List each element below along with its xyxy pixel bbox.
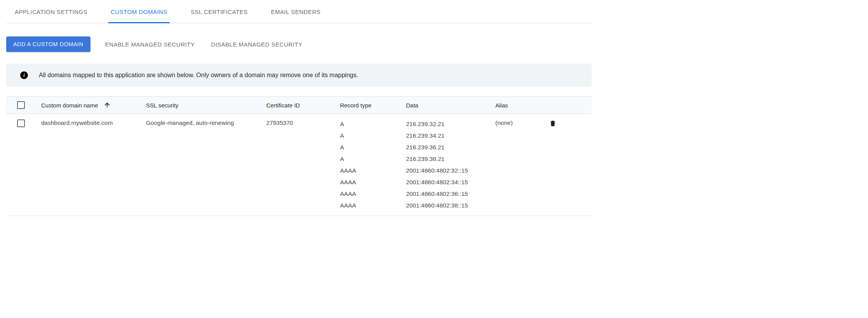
alias-cell: (none) (495, 119, 513, 126)
record-data: 216.239.36.21 (406, 143, 495, 152)
record-data: 2001:4860:4802:32::15 (406, 166, 495, 175)
tab-label: SSL CERTIFICATES (191, 9, 248, 15)
certificate-id-cell: 27935370 (266, 119, 293, 126)
delete-domain-button[interactable] (549, 119, 557, 127)
record-data: 2001:4860:4802:38::15 (406, 201, 495, 210)
column-header-ssl[interactable]: SSL security (146, 102, 266, 109)
column-header-label: Certificate ID (266, 102, 300, 109)
sort-ascending-icon (104, 102, 111, 109)
add-custom-domain-button[interactable]: ADD A CUSTOM DOMAIN (6, 36, 90, 52)
action-row: ADD A CUSTOM DOMAIN ENABLE MANAGED SECUR… (6, 23, 592, 64)
domain-name-cell: dashboard.mywebsite.com (41, 119, 113, 126)
record-type: AAAA (340, 201, 406, 210)
ssl-security-cell: Google-managed, auto-renewing (146, 119, 234, 126)
tab-label: EMAIL SENDERS (271, 9, 321, 15)
table-row: dashboard.mywebsite.com Google-managed, … (6, 114, 592, 216)
record-data: 2001:4860:4802:36::15 (406, 189, 495, 199)
column-header-label: Data (406, 102, 418, 109)
tab-email-senders[interactable]: EMAIL SENDERS (269, 0, 323, 23)
record-type: AAAA (340, 189, 406, 199)
info-message: All domains mapped to this application a… (39, 72, 358, 79)
record-data: 216.239.38.21 (406, 154, 495, 164)
tab-label: CUSTOM DOMAINS (111, 9, 167, 15)
column-header-alias[interactable]: Alias (495, 102, 546, 109)
record-type: A (340, 154, 406, 164)
column-header-certificate[interactable]: Certificate ID (266, 102, 340, 109)
record-data-stack: 216.239.32.21 216.239.34.21 216.239.36.2… (406, 119, 495, 210)
trash-icon (549, 119, 557, 127)
record-type-stack: A A A A AAAA AAAA AAAA AAAA (340, 119, 406, 210)
tab-application-settings[interactable]: APPLICATION SETTINGS (12, 0, 90, 23)
record-data: 216.239.32.21 (406, 119, 495, 129)
record-type: A (340, 143, 406, 152)
tab-label: APPLICATION SETTINGS (15, 9, 87, 15)
column-header-label: Record type (340, 102, 372, 109)
record-type: AAAA (340, 166, 406, 175)
select-all-checkbox[interactable] (17, 101, 25, 109)
disable-managed-security-button[interactable]: DISABLE MANAGED SECURITY (210, 37, 304, 52)
tab-custom-domains[interactable]: CUSTOM DOMAINS (108, 0, 170, 23)
column-header-label: Alias (495, 102, 508, 109)
enable-managed-security-button[interactable]: ENABLE MANAGED SECURITY (104, 37, 196, 52)
record-type: A (340, 119, 406, 129)
tab-bar: APPLICATION SETTINGS CUSTOM DOMAINS SSL … (6, 0, 592, 23)
row-checkbox[interactable] (17, 119, 25, 127)
table-header-row: Custom domain name SSL security Certific… (6, 96, 592, 114)
column-header-record-type[interactable]: Record type (340, 102, 406, 109)
record-data: 216.239.34.21 (406, 131, 495, 140)
domains-table: Custom domain name SSL security Certific… (6, 96, 592, 216)
column-header-data[interactable]: Data (406, 102, 495, 109)
tab-ssl-certificates[interactable]: SSL CERTIFICATES (188, 0, 250, 23)
info-icon: i (20, 71, 28, 79)
column-header-label: SSL security (146, 102, 179, 109)
record-data: 2001:4860:4802:34::15 (406, 178, 495, 187)
record-type: AAAA (340, 178, 406, 187)
record-type: A (340, 131, 406, 140)
column-header-label: Custom domain name (41, 102, 98, 109)
info-banner: i All domains mapped to this application… (6, 64, 592, 87)
column-header-domain[interactable]: Custom domain name (41, 102, 146, 109)
